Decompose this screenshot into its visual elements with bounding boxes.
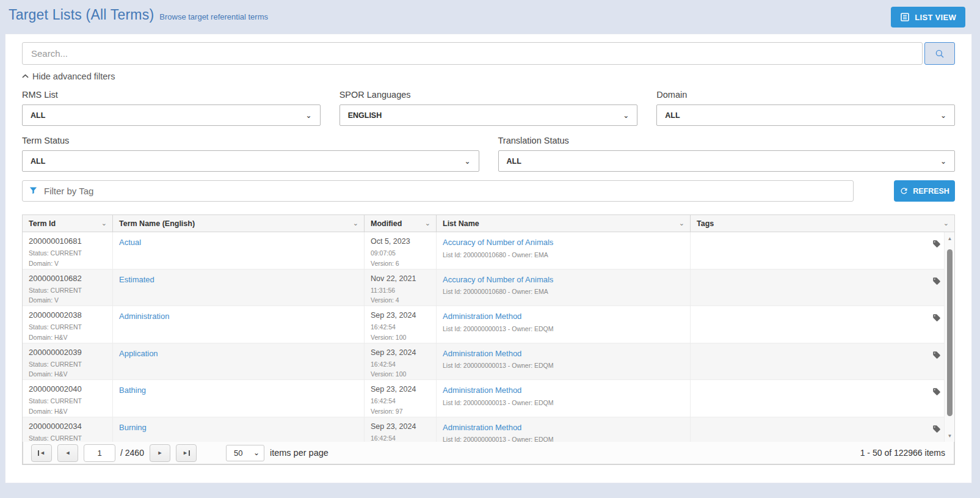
table-row[interactable]: 200000002039 Status: CURRENT Domain: H&V…	[23, 343, 954, 381]
tag-filter-row: REFRESH	[22, 180, 955, 202]
version: Version: 100	[371, 369, 430, 379]
tag-icon[interactable]	[932, 313, 941, 322]
tags-cell	[691, 306, 954, 343]
search-input[interactable]	[22, 42, 923, 65]
refresh-button[interactable]: REFRESH	[894, 180, 955, 202]
list-name-link[interactable]: Administration Method	[443, 349, 521, 358]
term-id: 200000002034	[29, 422, 106, 431]
column-header-term-id[interactable]: Term Id ⌄	[23, 215, 113, 232]
modified-time: 11:31:56	[371, 285, 430, 296]
page-size-select[interactable]: 50 ⌄	[226, 445, 264, 461]
tag-icon[interactable]	[932, 387, 941, 396]
table-row[interactable]: 200000010682 Status: CURRENT Domain: V E…	[23, 269, 954, 307]
column-header-tags[interactable]: Tags ⌄	[691, 215, 954, 232]
scroll-down-icon[interactable]: ▼	[945, 433, 954, 439]
page-size-value: 50	[234, 449, 242, 458]
term-status-select[interactable]: ALL ⌄	[22, 150, 479, 172]
refresh-icon	[899, 186, 909, 196]
table-row[interactable]: 200000002038 Status: CURRENT Domain: H&V…	[23, 306, 954, 343]
rms-list-value: ALL	[31, 111, 45, 120]
refresh-label: REFRESH	[913, 187, 949, 196]
list-name-cell: Administration Method List Id: 200000000…	[437, 343, 691, 380]
term-id: 200000010682	[29, 274, 106, 284]
tags-cell	[691, 269, 954, 306]
page-number-input[interactable]	[84, 444, 115, 462]
hide-advanced-filters-label: Hide advanced filters	[32, 71, 115, 81]
content-card: Hide advanced filters RMS List ALL ⌄ SPO…	[5, 34, 972, 483]
list-name-link[interactable]: Accuracy of Number of Animals	[443, 275, 553, 284]
domain-select[interactable]: ALL ⌄	[656, 104, 955, 126]
column-header-modified[interactable]: Modified ⌄	[365, 215, 437, 232]
tag-icon[interactable]	[932, 240, 941, 248]
tag-icon[interactable]	[932, 425, 941, 433]
tag-filter-wrap	[22, 180, 854, 202]
tags-cell	[691, 417, 954, 442]
chevron-down-icon[interactable]: ⌄	[425, 219, 430, 227]
term-status: Status: CURRENT	[29, 322, 106, 332]
modified-time: 16:42:54	[371, 396, 430, 406]
first-page-icon	[38, 450, 39, 456]
next-page-button[interactable]: ►	[150, 444, 170, 462]
tag-icon[interactable]	[932, 277, 941, 285]
chevron-down-icon: ⌄	[306, 112, 312, 119]
table-row[interactable]: 200000002034 Status: CURRENT Domain: H&V…	[23, 417, 954, 442]
table-body: 200000010681 Status: CURRENT Domain: V A…	[23, 232, 954, 442]
modified-cell: Sep 23, 2024 16:42:54 Version: 97	[365, 380, 437, 417]
term-status: Status: CURRENT	[29, 285, 106, 296]
term-id: 200000002038	[29, 310, 106, 320]
modified-time: 09:07:05	[371, 248, 430, 258]
chevron-down-icon[interactable]: ⌄	[101, 219, 107, 227]
tag-icon[interactable]	[932, 351, 941, 359]
page-header: Target Lists (All Terms) Browse target r…	[0, 0, 980, 34]
list-name-link[interactable]: Administration Method	[443, 386, 521, 395]
list-name-link[interactable]: Administration Method	[443, 423, 521, 432]
modified-date: Sep 23, 2024	[371, 422, 430, 431]
column-header-list-name[interactable]: List Name ⌄	[437, 215, 691, 232]
term-name-cell: Administration	[113, 306, 365, 343]
chevron-down-icon[interactable]: ⌄	[679, 219, 684, 227]
term-name-link[interactable]: Application	[119, 349, 158, 358]
term-name-link[interactable]: Administration	[119, 312, 169, 321]
term-status: Status: CURRENT	[29, 359, 106, 370]
scrollbar-thumb[interactable]	[947, 249, 953, 416]
search-row	[22, 42, 955, 65]
page-title: Target Lists (All Terms)	[9, 7, 154, 23]
table-row[interactable]: 200000002040 Status: CURRENT Domain: H&V…	[23, 380, 954, 417]
term-name-link[interactable]: Burning	[119, 423, 147, 432]
tags-cell	[691, 343, 954, 380]
translation-status-select[interactable]: ALL ⌄	[498, 150, 956, 172]
rms-list-select[interactable]: ALL ⌄	[22, 104, 321, 126]
column-header-term-name[interactable]: Term Name (English) ⌄	[113, 215, 365, 232]
search-button[interactable]	[924, 42, 955, 65]
table-row[interactable]: 200000010681 Status: CURRENT Domain: V A…	[23, 232, 954, 269]
term-id: 200000002040	[29, 384, 106, 394]
term-name-link[interactable]: Bathing	[119, 386, 146, 395]
last-page-button[interactable]: ►	[176, 444, 197, 462]
term-name-link[interactable]: Estimated	[119, 275, 154, 284]
chevron-down-icon[interactable]: ⌄	[353, 219, 358, 227]
list-info: List Id: 200000000013 - Owner: EDQM	[443, 324, 684, 334]
chevron-down-icon: ⌄	[940, 112, 946, 119]
term-name-cell: Bathing	[113, 380, 365, 417]
list-info: List Id: 200000000013 - Owner: EDQM	[443, 434, 684, 442]
tag-filter-input[interactable]	[22, 180, 854, 202]
list-view-button[interactable]: LIST VIEW	[891, 7, 965, 27]
table-rows: 200000010681 Status: CURRENT Domain: V A…	[23, 232, 954, 442]
list-name-link[interactable]: Administration Method	[443, 312, 521, 321]
hide-advanced-filters-toggle[interactable]: Hide advanced filters	[22, 71, 115, 81]
list-info: List Id: 200000010680 - Owner: EMA	[443, 287, 684, 297]
term-name-link[interactable]: Actual	[119, 238, 141, 247]
version: Version: 100	[371, 332, 430, 343]
column-label: Term Name (English)	[119, 219, 195, 228]
spor-languages-select[interactable]: ENGLISH ⌄	[339, 104, 638, 126]
modified-date: Nov 22, 2021	[371, 274, 430, 284]
list-name-link[interactable]: Accuracy of Number of Animals	[443, 238, 553, 247]
list-info: List Id: 200000010680 - Owner: EMA	[443, 250, 684, 260]
scroll-up-icon[interactable]: ▲	[945, 236, 954, 241]
chevron-down-icon[interactable]: ⌄	[943, 219, 949, 227]
vertical-scrollbar[interactable]: ▲ ▼	[944, 232, 954, 442]
search-icon	[934, 48, 945, 59]
term-id-cell: 200000010681 Status: CURRENT Domain: V	[23, 232, 113, 269]
first-page-button[interactable]: ◄	[31, 444, 52, 462]
prev-page-button[interactable]: ◄	[57, 444, 78, 462]
